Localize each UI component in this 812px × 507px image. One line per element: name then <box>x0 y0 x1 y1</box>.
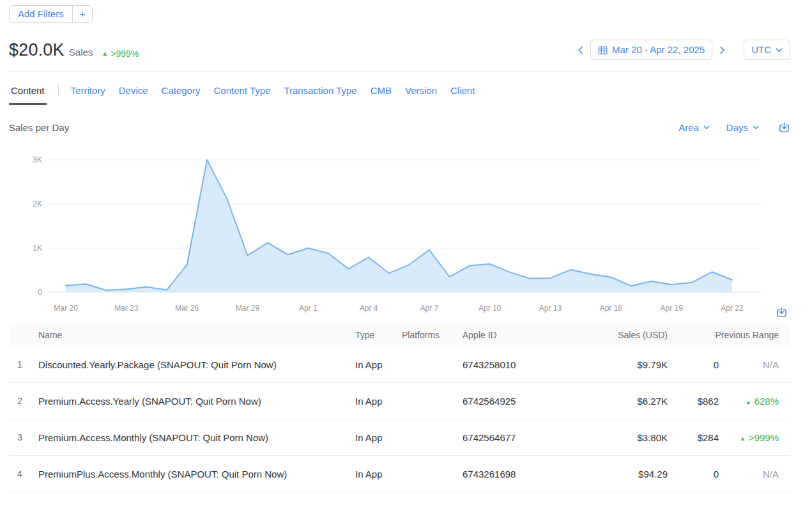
up-arrow-icon: ▲ <box>746 399 751 405</box>
tab-client[interactable]: Client <box>448 85 477 105</box>
sales-table: Name Type Platforms Apple ID Sales (USD)… <box>9 324 790 492</box>
tab-content[interactable]: Content <box>9 85 47 105</box>
tab-device[interactable]: Device <box>117 85 150 105</box>
x-axis-label: Mar 26 <box>167 304 208 313</box>
change-badge: N/A <box>719 469 790 480</box>
chart-download-button[interactable] <box>778 121 790 134</box>
date-controls: Mar 20 - Apr 22, 2025 UTC <box>574 40 790 60</box>
area-chart-plot <box>9 157 762 300</box>
download-icon <box>776 306 788 318</box>
table-row[interactable]: 4PremiumPlus.Access.Monthly (SNAPOUT: Qu… <box>9 456 790 492</box>
chart-controls: Area Days <box>678 121 790 134</box>
timezone-select[interactable]: UTC <box>744 40 790 60</box>
column-header-platforms[interactable]: Platforms <box>402 330 463 340</box>
product-apple-id: 6743258010 <box>463 359 571 370</box>
product-apple-id: 6743261698 <box>463 469 571 480</box>
y-axis-label: 1K <box>9 244 42 253</box>
table-download-button[interactable] <box>776 306 788 318</box>
calendar-icon <box>598 45 608 55</box>
previous-range-value: 0 <box>668 359 719 370</box>
chevron-down-icon <box>776 48 783 52</box>
date-range-label: Mar 20 - Apr 22, 2025 <box>612 44 705 56</box>
change-badge: ▲>999% <box>719 432 790 443</box>
y-axis-label: 3K <box>9 155 42 164</box>
chevron-down-icon <box>703 125 710 130</box>
tab-cmb[interactable]: CMB <box>369 85 394 105</box>
add-filter-plus-button[interactable]: + <box>72 6 93 22</box>
x-axis-label: Apr 13 <box>530 304 571 313</box>
x-axis-label: Mar 20 <box>45 304 86 313</box>
tab-territory[interactable]: Territory <box>69 85 107 105</box>
tab-version[interactable]: Version <box>403 85 439 105</box>
metric-value: $20.0K <box>9 40 65 60</box>
date-range-button[interactable]: Mar 20 - Apr 22, 2025 <box>590 40 712 60</box>
x-axis-label: Apr 4 <box>348 304 389 313</box>
row-number: 2 <box>9 396 38 406</box>
tab-category[interactable]: Category <box>160 85 203 105</box>
row-number: 3 <box>9 432 38 442</box>
metric-change-value: >999% <box>111 49 139 59</box>
up-arrow-icon: ▲ <box>740 435 746 442</box>
product-sales: $3.80K <box>571 432 668 443</box>
change-badge: ▲628% <box>719 396 790 407</box>
add-filters-button[interactable]: Add Filters <box>10 6 72 22</box>
prev-range-button[interactable] <box>574 44 586 56</box>
product-type: In App <box>355 359 402 370</box>
row-number: 4 <box>9 469 38 479</box>
product-apple-id: 6742564925 <box>463 396 571 407</box>
interval-label: Days <box>726 122 748 133</box>
product-name: Premium.Access.Yearly (SNAPOUT: Quit Por… <box>38 396 355 407</box>
chevron-right-icon <box>719 45 726 55</box>
next-range-button[interactable] <box>716 44 728 56</box>
y-axis-label: 0 <box>9 288 42 297</box>
filters-bar: Add Filters + <box>9 5 790 23</box>
table-body: 1Discounted.Yearly.Package (SNAPOUT: Qui… <box>9 347 790 492</box>
x-axis-label: Apr 7 <box>409 304 450 313</box>
row-number: 1 <box>9 359 38 370</box>
product-sales: $94.29 <box>571 469 668 480</box>
table-header: Name Type Platforms Apple ID Sales (USD)… <box>9 324 790 347</box>
section-tabs: ContentTerritoryDeviceCategoryContent Ty… <box>9 72 790 105</box>
download-icon <box>778 121 790 134</box>
column-header-type[interactable]: Type <box>355 330 402 340</box>
chart-header: Sales per Day Area Days <box>9 121 790 134</box>
product-name: Premium.Access.Monthly (SNAPOUT: Quit Po… <box>38 432 355 443</box>
metric-change-badge: ▲ >999% <box>102 49 139 59</box>
product-type: In App <box>355 469 402 480</box>
product-type: In App <box>355 432 402 443</box>
previous-range-value: $284 <box>668 432 719 443</box>
chart-type-label: Area <box>678 122 699 133</box>
x-axis-label: Apr 16 <box>590 304 631 313</box>
sales-metric: $20.0K Sales ▲ >999% <box>9 40 139 60</box>
table-row[interactable]: 3Premium.Access.Monthly (SNAPOUT: Quit P… <box>9 419 790 456</box>
x-axis-label: Mar 23 <box>106 304 147 313</box>
product-apple-id: 6742564677 <box>463 432 571 443</box>
filters-control: Add Filters + <box>9 5 93 23</box>
column-header-sales[interactable]: Sales (USD) <box>571 330 668 340</box>
column-header-name[interactable]: Name <box>38 330 355 340</box>
x-axis-label: Apr 19 <box>651 304 692 313</box>
interval-select[interactable]: Days <box>726 122 759 133</box>
timezone-label: UTC <box>751 44 771 56</box>
x-axis-label: Apr 1 <box>287 304 328 313</box>
product-name: Discounted.Yearly.Package (SNAPOUT: Quit… <box>38 359 355 370</box>
summary-row: $20.0K Sales ▲ >999% Mar 20 - Apr 22, <box>9 40 790 60</box>
change-badge: N/A <box>719 359 790 370</box>
y-axis-label: 2K <box>9 199 42 208</box>
product-sales: $6.27K <box>571 396 668 407</box>
product-name: PremiumPlus.Access.Monthly (SNAPOUT: Qui… <box>38 469 355 480</box>
tab-transaction-type[interactable]: Transaction Type <box>282 85 358 105</box>
table-row[interactable]: 2Premium.Access.Yearly (SNAPOUT: Quit Po… <box>9 383 790 419</box>
analytics-page: Add Filters + $20.0K Sales ▲ >999% <box>0 0 812 492</box>
chart-type-select[interactable]: Area <box>678 122 710 133</box>
tab-divider <box>58 84 59 96</box>
table-row[interactable]: 1Discounted.Yearly.Package (SNAPOUT: Qui… <box>9 347 790 383</box>
column-header-previous-range[interactable]: Previous Range <box>668 330 790 340</box>
chevron-down-icon <box>753 125 759 130</box>
x-axis-label: Apr 22 <box>712 304 753 313</box>
product-type: In App <box>355 396 402 407</box>
tab-content-type[interactable]: Content Type <box>211 85 272 105</box>
area-fill <box>66 160 732 292</box>
sales-chart: 01K2K3KMar 20Mar 23Mar 26Mar 29Apr 1Apr … <box>9 157 762 320</box>
column-header-apple-id[interactable]: Apple ID <box>463 330 571 340</box>
